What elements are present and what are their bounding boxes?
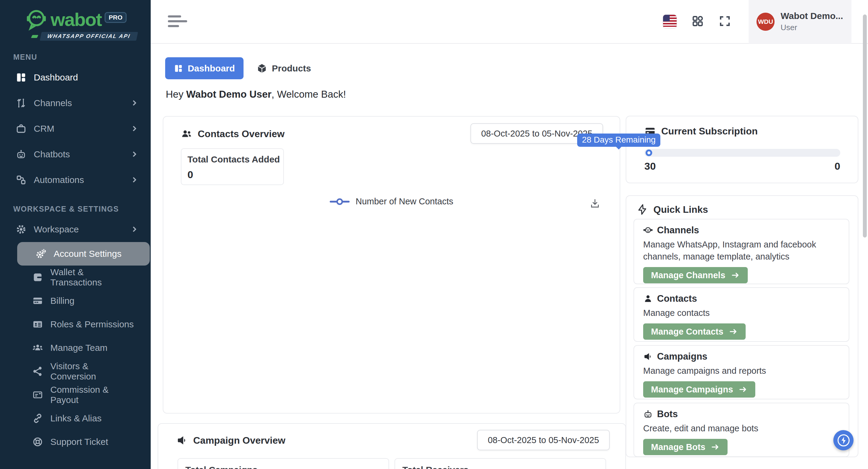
user-menu[interactable]: WDU Wabot Demo... User <box>749 0 851 43</box>
stat-label: Total Contacts Added <box>187 154 283 164</box>
tab-dashboard[interactable]: Dashboard <box>165 57 244 79</box>
days-remaining-tooltip: 28 Days Remaining <box>577 133 660 147</box>
sidebar-item-label: Dashboard <box>34 72 78 83</box>
user-name: Wabot Demo... <box>781 11 843 21</box>
apps-grid-button[interactable] <box>691 15 704 29</box>
sidebar-toggle-button[interactable] <box>168 15 187 27</box>
sidebar-item-account-settings[interactable]: Account Settings <box>17 242 150 265</box>
bolt-circle-icon <box>837 434 850 447</box>
total-campaigns-box: Total Campaigns <box>178 458 389 469</box>
line-series-marker-icon <box>330 198 350 205</box>
tagline-dash <box>31 35 38 38</box>
manage-channels-button[interactable]: Manage Channels <box>643 267 748 283</box>
chart-legend[interactable]: Number of New Contacts <box>163 196 620 207</box>
quick-link-title: Bots <box>657 409 678 419</box>
wallet-icon <box>32 272 43 283</box>
lightning-icon <box>637 204 648 215</box>
stat-label: Total Campaigns <box>185 465 389 469</box>
card-title: Contacts Overview <box>198 128 284 139</box>
quick-link-bots: Bots Create, edit and manage bots Manage… <box>633 403 849 457</box>
chevron-right-icon <box>131 177 136 182</box>
arrow-right-icon <box>711 442 720 451</box>
stat-label: Total Receivers <box>402 465 606 469</box>
section-label-workspace: WORKSPACE & SETTINGS <box>13 205 137 213</box>
dashboard-icon <box>16 72 27 83</box>
view-tabs: Dashboard Products <box>165 57 311 79</box>
app-window: wabot PRO WHATSAPP OFFICIAL API MENU Das… <box>0 0 868 469</box>
section-label-menu: MENU <box>13 53 137 61</box>
quick-link-desc: Manage WhatsApp, Instagram and facebook … <box>643 239 840 262</box>
sidebar-item-label: CRM <box>34 124 54 134</box>
card-title: Campaign Overview <box>193 435 285 446</box>
sidebar-item-label: Workspace <box>34 224 79 234</box>
quick-link-contacts: Contacts Manage contacts Manage Contacts <box>633 287 849 342</box>
sidebar-item-label: Manage Team <box>50 343 107 353</box>
fullscreen-icon <box>718 15 731 29</box>
sidebar-item-support-ticket[interactable]: Support Ticket <box>17 430 142 454</box>
pro-badge: PRO <box>104 12 127 23</box>
sidebar-item-label: Links & Alias <box>50 413 101 424</box>
sidebar-item-links-alias[interactable]: Links & Alias <box>17 407 142 430</box>
sidebar-item-label: Visitors & Conversion <box>50 361 135 382</box>
sidebar-item-dashboard[interactable]: Dashboard <box>9 64 142 90</box>
sidebar-item-label: Chatbots <box>34 149 70 159</box>
campaign-date-range-input[interactable]: 08-Oct-2025 to 05-Nov-2025 <box>477 430 610 450</box>
wabot-bubble-icon <box>24 8 48 31</box>
days-total: 30 <box>644 160 656 172</box>
manage-bots-button[interactable]: Manage Bots <box>643 439 727 455</box>
manage-contacts-button[interactable]: Manage Contacts <box>643 323 746 340</box>
quick-link-title: Channels <box>657 225 699 236</box>
tab-products[interactable]: Products <box>257 63 311 73</box>
briefcase-icon <box>16 123 27 134</box>
link-icon <box>32 413 43 424</box>
credit-card-icon <box>32 295 43 306</box>
avatar: WDU <box>756 13 775 31</box>
sidebar-item-label: Commission & Payout <box>50 385 135 405</box>
stat-value: 0 <box>187 169 283 181</box>
progress-handle[interactable] <box>646 150 652 156</box>
sidebar-item-channels[interactable]: Channels <box>9 90 142 116</box>
campaign-overview-card: Campaign Overview 08-Oct-2025 to 05-Nov-… <box>158 423 626 469</box>
language-flag-button[interactable] <box>663 14 677 29</box>
contacts-overview-card: Contacts Overview 08-Oct-2025 to 05-Nov-… <box>163 116 620 413</box>
greeting-text: Hey Wabot Demo User, Welcome Back! <box>166 89 346 100</box>
days-used: 0 <box>835 160 840 172</box>
gears-icon <box>36 248 46 259</box>
fullscreen-button[interactable] <box>718 15 731 29</box>
sidebar-item-automations[interactable]: Automations <box>9 167 142 193</box>
sidebar-item-chatbots[interactable]: Chatbots <box>9 142 142 167</box>
arrow-right-icon <box>729 327 738 336</box>
quick-actions-fab[interactable] <box>833 430 854 450</box>
sidebar-item-label: Wallet & Transactions <box>50 267 135 287</box>
gear-icon <box>16 224 27 235</box>
sidebar-item-label: Account Settings <box>54 249 121 259</box>
total-receivers-box: Total Receivers <box>395 458 606 469</box>
chevron-right-icon <box>131 126 136 131</box>
sidebar-item-roles[interactable]: Roles & Permissions <box>17 313 142 336</box>
current-subscription-card: Current Subscription 30 0 <box>626 116 858 183</box>
cube-icon <box>257 63 267 73</box>
robot-icon <box>16 149 27 160</box>
page-scrollbar-thumb[interactable] <box>863 14 867 238</box>
sidebar-item-visitors[interactable]: Visitors & Conversion <box>17 359 142 383</box>
sidebar-item-label: Roles & Permissions <box>50 319 134 330</box>
manage-campaigns-button[interactable]: Manage Campaigns <box>643 381 755 398</box>
apps-grid-icon <box>691 15 704 29</box>
brand-tagline: WHATSAPP OFFICIAL API <box>40 32 138 41</box>
brand-logo[interactable]: wabot PRO WHATSAPP OFFICIAL API <box>0 0 151 41</box>
id-card-icon <box>32 319 43 330</box>
sidebar-item-workspace[interactable]: Workspace <box>9 216 142 242</box>
chevron-right-icon <box>131 151 136 157</box>
topbar: WDU Wabot Demo... User <box>151 0 868 44</box>
dashboard-icon <box>174 64 183 73</box>
sidebar-item-commission[interactable]: Commission & Payout <box>17 383 142 407</box>
sidebar-item-label: Automations <box>34 175 84 185</box>
chevron-right-icon <box>131 100 136 105</box>
sidebar-item-wallet[interactable]: Wallet & Transactions <box>17 265 142 289</box>
sidebar-item-crm[interactable]: CRM <box>9 116 142 142</box>
sidebar-item-billing[interactable]: Billing <box>17 289 142 313</box>
channels-icon <box>16 98 27 108</box>
sidebar-item-label: Channels <box>34 98 72 108</box>
sidebar-item-manage-team[interactable]: Manage Team <box>17 336 142 359</box>
download-chart-icon[interactable] <box>590 198 600 210</box>
